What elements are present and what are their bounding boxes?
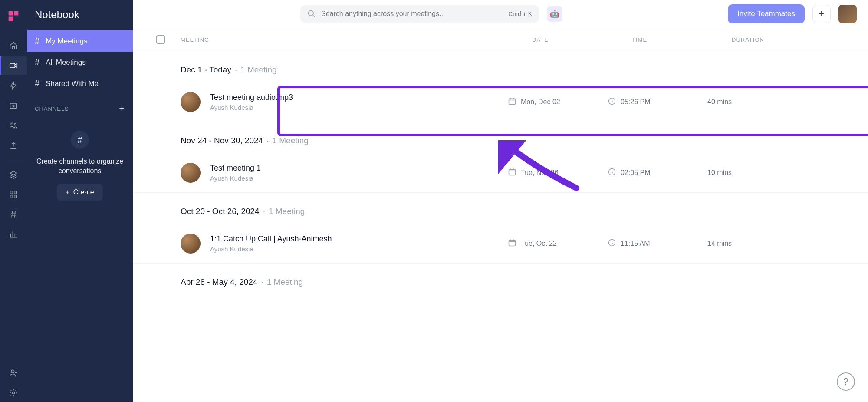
plus-icon: +: [66, 188, 69, 196]
svg-rect-7: [14, 195, 17, 198]
meeting-row[interactable]: Test meeting audio.mp3Ayush KudesiaMon, …: [133, 82, 868, 122]
main-content: Cmd + K 🤖 Invite Teammates + MEETING DAT…: [133, 0, 868, 402]
search-box[interactable]: Cmd + K: [300, 5, 539, 23]
svg-point-2: [11, 123, 13, 125]
svg-rect-13: [509, 169, 516, 175]
nav-home-icon[interactable]: [0, 36, 27, 55]
nav-bolt-icon[interactable]: [0, 76, 27, 95]
sidebar-item-label: All Meetings: [46, 58, 86, 67]
nav-upload-icon[interactable]: [0, 136, 27, 155]
group-range: Oct 20 - Oct 26, 2024: [181, 207, 260, 216]
add-channel-icon[interactable]: +: [119, 103, 125, 114]
nav-import-icon[interactable]: [0, 96, 27, 115]
group-range: Nov 24 - Nov 30, 2024: [181, 136, 263, 145]
nav-invite-icon[interactable]: [0, 364, 27, 382]
nav-layers-icon[interactable]: [0, 165, 27, 184]
sidebar-item-label: Shared With Me: [46, 79, 99, 88]
svg-point-3: [14, 123, 16, 125]
hash-icon: #: [35, 57, 39, 67]
group-header: Dec 1 - Today·1 Meeting: [133, 51, 868, 82]
calendar-icon: [508, 97, 516, 107]
group-count: 1 Meeting: [269, 207, 305, 216]
meeting-row[interactable]: Test meeting 1Ayush KudesiaTue, Nov 2602…: [133, 153, 868, 193]
nav-apps-icon[interactable]: [0, 185, 27, 204]
meeting-duration: 14 mins: [707, 240, 820, 247]
group-header: Nov 24 - Nov 30, 2024·1 Meeting: [133, 122, 868, 153]
clock-icon: [608, 238, 616, 249]
nav-settings-icon[interactable]: [0, 384, 27, 402]
new-button[interactable]: +: [812, 5, 831, 23]
meeting-host: Ayush Kudesia: [210, 175, 508, 182]
group-range: Dec 1 - Today: [181, 65, 231, 74]
search-shortcut: Cmd + K: [508, 10, 532, 17]
channels-empty: # Create channels to organize conversati…: [27, 118, 133, 214]
calendar-icon: [508, 168, 516, 178]
meeting-title: Test meeting audio.mp3: [210, 93, 508, 102]
list-header: MEETING DATE TIME DURATION: [133, 28, 868, 51]
sidebar-item-label: My Meetings: [46, 37, 87, 46]
channels-header: CHANNELS +: [27, 94, 133, 118]
robot-icon: 🤖: [550, 9, 559, 19]
meeting-host: Ayush Kudesia: [210, 104, 508, 111]
rail-divider: [5, 160, 22, 160]
user-avatar[interactable]: [838, 5, 857, 23]
group-header: Apr 28 - May 4, 2024·1 Meeting: [133, 264, 868, 295]
meeting-row[interactable]: 1:1 Catch Up Call | Ayush-AnimeshAyush K…: [133, 224, 868, 264]
meeting-date: Tue, Oct 22: [521, 240, 557, 247]
calendar-icon: [508, 238, 516, 249]
create-label: Create: [73, 188, 94, 196]
svg-rect-4: [10, 191, 13, 194]
clock-icon: [608, 168, 616, 178]
search-input[interactable]: [321, 10, 503, 18]
meeting-date: Tue, Nov 26: [521, 169, 559, 177]
nav-hash-icon[interactable]: [0, 205, 27, 224]
meeting-time: 02:05 PM: [621, 169, 650, 177]
nav-meetings-icon[interactable]: [0, 56, 27, 75]
clock-icon: [608, 97, 616, 107]
topbar: Cmd + K 🤖 Invite Teammates +: [133, 0, 868, 28]
hash-icon: #: [35, 36, 39, 46]
group-range: Apr 28 - May 4, 2024: [181, 277, 257, 287]
col-time: TIME: [632, 36, 732, 43]
svg-point-9: [13, 392, 15, 394]
group-count: 1 Meeting: [240, 65, 276, 74]
col-date: DATE: [532, 36, 632, 43]
sidebar: Notebook # My Meetings # All Meetings # …: [27, 0, 133, 402]
channels-empty-text: Create channels to organize conversation…: [36, 157, 124, 176]
svg-rect-0: [10, 63, 15, 68]
create-channel-button[interactable]: + Create: [57, 184, 102, 201]
svg-rect-11: [509, 99, 516, 104]
svg-rect-6: [10, 195, 13, 198]
sidebar-item-all-meetings[interactable]: # All Meetings: [27, 52, 133, 73]
app-logo: [6, 9, 21, 23]
group-header: Oct 20 - Oct 26, 2024·1 Meeting: [133, 193, 868, 224]
svg-point-8: [11, 370, 14, 373]
meeting-time: 05:26 PM: [621, 98, 650, 106]
meeting-duration: 10 mins: [707, 169, 820, 177]
meeting-title: 1:1 Catch Up Call | Ayush-Animesh: [210, 234, 508, 244]
host-avatar: [181, 163, 201, 183]
svg-point-10: [309, 11, 314, 16]
hash-badge-icon: #: [71, 131, 89, 149]
channels-label: CHANNELS: [35, 105, 69, 112]
host-avatar: [181, 234, 201, 254]
meeting-time: 11:15 AM: [621, 240, 650, 247]
svg-rect-15: [509, 240, 516, 246]
meeting-title: Test meeting 1: [210, 164, 508, 173]
invite-teammates-button[interactable]: Invite Teammates: [728, 4, 805, 23]
help-button[interactable]: ?: [837, 372, 855, 391]
select-all-checkbox[interactable]: [156, 35, 165, 44]
help-icon: ?: [843, 376, 848, 387]
sidebar-item-my-meetings[interactable]: # My Meetings: [27, 30, 133, 52]
nav-analytics-icon[interactable]: [0, 225, 27, 244]
svg-rect-5: [14, 191, 17, 194]
app-title: Notebook: [27, 0, 133, 30]
sidebar-item-shared[interactable]: # Shared With Me: [27, 73, 133, 94]
icon-rail: [0, 0, 27, 402]
meeting-date: Mon, Dec 02: [521, 98, 560, 106]
col-meeting: MEETING: [181, 36, 532, 43]
nav-people-icon[interactable]: [0, 116, 27, 135]
search-icon: [307, 10, 316, 18]
bot-button[interactable]: 🤖: [547, 6, 562, 22]
meeting-duration: 40 mins: [707, 98, 820, 106]
